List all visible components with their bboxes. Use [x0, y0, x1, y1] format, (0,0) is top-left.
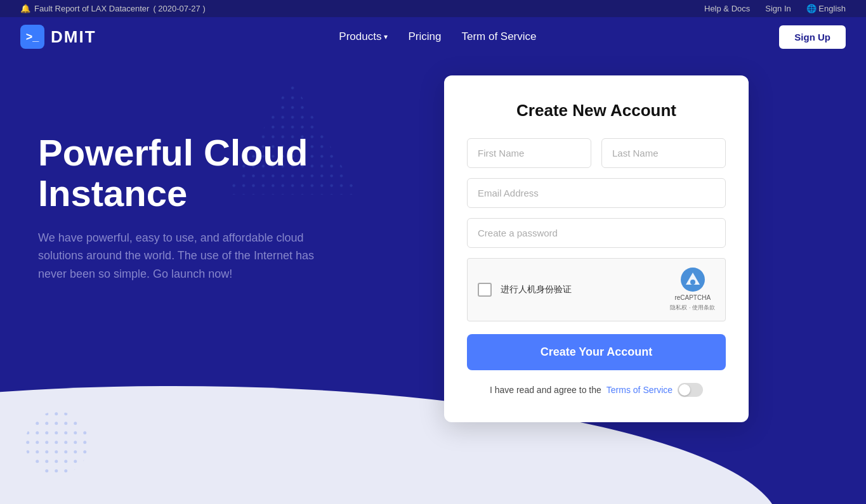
terms-of-service-link[interactable]: Terms of Service — [607, 385, 672, 395]
nav-links: Products ▾ Pricing Term of Service — [339, 30, 536, 43]
hero-section: Powerful Cloud Instance We have powerful… — [0, 56, 866, 504]
last-name-input[interactable] — [601, 138, 726, 168]
recaptcha-brand-text: reCAPTCHA — [674, 294, 711, 301]
fault-date: ( 2020-07-27 ) — [153, 4, 205, 13]
language-selector[interactable]: 🌐 English — [806, 4, 846, 13]
name-row — [467, 138, 726, 168]
terms-text: I have read and agree to the — [490, 385, 601, 395]
tos-link[interactable]: Term of Service — [461, 30, 536, 43]
create-account-button[interactable]: Create Your Account — [467, 334, 726, 370]
recaptcha-left: 进行人机身份验证 — [478, 283, 572, 297]
logo-text[interactable]: DMIT — [51, 27, 96, 47]
top-banner: 🔔 Fault Report of LAX Datacenter ( 2020-… — [0, 0, 866, 17]
toggle-knob — [679, 384, 690, 396]
help-docs-link[interactable]: Help & Docs — [704, 4, 750, 13]
recaptcha-checkbox[interactable] — [478, 283, 492, 297]
recaptcha-logo-icon — [681, 268, 705, 292]
hero-content: Powerful Cloud Instance We have powerful… — [0, 56, 444, 321]
fault-report-text: Fault Report of LAX Datacenter — [34, 4, 149, 13]
logo-area: >_ DMIT — [20, 25, 96, 49]
recaptcha-links: 隐私权 · 使用条款 — [670, 304, 715, 312]
email-group — [467, 178, 726, 208]
sign-in-link[interactable]: Sign In — [765, 4, 791, 13]
hero-title: Powerful Cloud Instance — [38, 132, 419, 214]
products-link[interactable]: Products ▾ — [339, 30, 388, 43]
dots-decoration — [25, 411, 89, 475]
signup-form-card: Create New Account 进行人机身份验证 — [444, 75, 749, 422]
hero-subtitle: We have powerful, easy to use, and affor… — [38, 229, 343, 283]
first-name-input[interactable] — [467, 138, 591, 168]
email-input[interactable] — [467, 178, 726, 208]
logo-symbol: >_ — [26, 30, 39, 44]
form-title: Create New Account — [467, 101, 726, 120]
terms-row: I have read and agree to the Terms of Se… — [467, 383, 726, 397]
recaptcha-label: 进行人机身份验证 — [501, 284, 572, 295]
lang-icon: 🌐 — [806, 4, 817, 13]
password-input[interactable] — [467, 218, 726, 248]
password-group — [467, 218, 726, 248]
svg-point-6 — [690, 280, 695, 285]
svg-rect-4 — [25, 411, 89, 475]
products-chevron-icon: ▾ — [384, 32, 388, 41]
tos-toggle[interactable] — [678, 383, 703, 397]
logo-icon: >_ — [20, 25, 44, 49]
pricing-link[interactable]: Pricing — [408, 30, 441, 43]
nav-links-center: Products ▾ Pricing Term of Service — [96, 30, 780, 43]
signup-button[interactable]: Sign Up — [779, 25, 846, 49]
banner-left: 🔔 Fault Report of LAX Datacenter ( 2020-… — [20, 4, 206, 13]
recaptcha-box[interactable]: 进行人机身份验证 reCAPTCHA 隐私权 · 使用条款 — [467, 258, 726, 321]
alert-icon: 🔔 — [20, 4, 30, 13]
products-label: Products — [339, 30, 381, 43]
lang-label: English — [818, 4, 846, 13]
navbar: >_ DMIT Products ▾ Pricing Term of Servi… — [0, 17, 866, 56]
banner-right: Help & Docs Sign In 🌐 English — [704, 4, 846, 13]
recaptcha-right: reCAPTCHA 隐私权 · 使用条款 — [670, 268, 715, 312]
